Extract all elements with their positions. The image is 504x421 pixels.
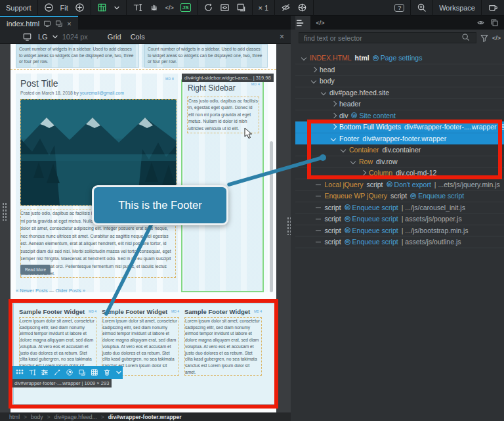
tree-row[interactable]: scriptWEnqueue script| assets/js/outline… — [295, 236, 504, 248]
breadcrumb-item[interactable]: div#page.hfeed... — [54, 414, 96, 420]
device-chevron-icon[interactable] — [52, 33, 58, 40]
tree-row[interactable]: div#page.hfeed.site — [295, 87, 504, 99]
widget-text-block[interactable]: Count number of widgets in a sidebar. Us… — [16, 44, 139, 68]
preview-icon[interactable] — [220, 3, 230, 12]
tree-row[interactable]: body — [295, 76, 504, 87]
device-size-selector[interactable]: LG — [38, 33, 48, 41]
search-code-icon[interactable]: </> — [492, 35, 501, 41]
footer-widget[interactable]: Sample Footer WidgetMD 4Lorem ipsum dolo… — [184, 308, 262, 374]
search-input[interactable] — [299, 32, 476, 43]
style-brush-icon[interactable] — [53, 368, 61, 376]
breadcrumb-item[interactable]: div#wrapper-footer.wrapper — [108, 414, 182, 420]
drag-handle-icon[interactable] — [16, 369, 24, 376]
more-actions-chevron-icon[interactable] — [116, 369, 122, 376]
top-widget-row[interactable]: Count number of widgets in a sidebar. Us… — [16, 44, 268, 68]
link-icon[interactable] — [66, 368, 74, 376]
tree-row[interactable]: divWSite content — [295, 110, 504, 122]
older-posts-link[interactable]: Older Posts » — [55, 288, 85, 294]
grid-edit-icon[interactable] — [91, 368, 98, 376]
new-window-icon[interactable] — [236, 3, 246, 12]
tree-row[interactable]: Bottom Full Widgetsdiv#wrapper-footer-..… — [295, 122, 504, 133]
tree-row[interactable]: Columndiv.col-md-12 — [295, 167, 504, 179]
wp-action-link[interactable]: Enqueue script — [352, 204, 398, 211]
tree-row[interactable]: Local jQueryscriptWDon't export| ...ets/… — [295, 179, 504, 191]
refresh-icon[interactable] — [203, 3, 213, 12]
tree-row[interactable]: Enqueue WP jQueryscriptWEnqueue script — [295, 190, 504, 202]
rendered-page[interactable]: Count number of widgets in a sidebar. Us… — [10, 44, 276, 412]
wp-action-link[interactable]: Enqueue script — [352, 227, 398, 234]
grid-toggle[interactable]: Grid — [108, 33, 121, 41]
left-resize-handle[interactable] — [2, 202, 7, 221]
tree-row[interactable]: scriptWEnqueue script| .../js/bootstrap.… — [295, 225, 504, 237]
zoom-in-icon[interactable] — [75, 3, 85, 12]
workspace-menu[interactable]: Workspace — [439, 4, 475, 12]
tab-index-html[interactable]: index.html × — [0, 16, 78, 30]
tab-code-view[interactable]: </> — [310, 16, 330, 30]
hand-tool-icon[interactable] — [149, 3, 159, 12]
support-menu[interactable]: Support — [6, 4, 32, 12]
zoom-out-icon[interactable] — [44, 3, 54, 12]
close-preview-icon[interactable]: × — [280, 32, 284, 41]
grid-dropdown-chevron-icon[interactable] — [114, 5, 120, 11]
breadcrumb-item[interactable]: html — [9, 414, 20, 420]
delete-icon[interactable] — [103, 368, 111, 376]
expander-chevron-icon[interactable] — [360, 169, 366, 176]
expander-chevron-icon[interactable] — [330, 112, 337, 119]
panel-copy-icon[interactable] — [490, 18, 499, 27]
fit-button[interactable]: Fit — [60, 4, 68, 12]
edit-text-icon[interactable] — [28, 368, 36, 376]
duplicate-icon[interactable] — [78, 368, 86, 376]
post-author-link[interactable]: youremail@gmail.com — [80, 91, 124, 95]
page-scrollbar[interactable] — [270, 141, 273, 292]
expander-chevron-icon[interactable] — [350, 158, 356, 165]
monitor-icon[interactable] — [43, 20, 51, 28]
device-monitor-icon[interactable] — [22, 32, 32, 41]
wp-action-link[interactable]: Enqueue script — [418, 192, 464, 200]
hide-elements-icon[interactable] — [281, 3, 291, 12]
panel-eye-icon[interactable] — [476, 18, 485, 27]
wp-action-link[interactable]: Enqueue script — [352, 238, 398, 246]
text-tool-icon[interactable] — [133, 3, 142, 12]
post-meta[interactable]: Posted on March 18, 2018 by youremail@gm… — [20, 91, 124, 95]
tree-row[interactable]: Containerdiv.container — [295, 144, 504, 156]
sidebar-title[interactable]: Right Sidebar — [188, 83, 236, 93]
cols-toggle[interactable]: Cols — [131, 33, 145, 41]
wp-action-link[interactable]: Page settings — [381, 54, 423, 62]
expander-chevron-icon[interactable] — [330, 100, 337, 107]
zoom-level-indicator[interactable]: × 1 — [259, 4, 269, 12]
wp-action-link[interactable]: Don't export — [394, 181, 431, 188]
expander-chevron-icon[interactable] — [301, 55, 307, 61]
read-more-button[interactable]: Read More — [20, 265, 51, 275]
coffee-cup-icon[interactable] — [488, 3, 498, 12]
wp-action-link[interactable]: Enqueue script — [352, 215, 398, 223]
tree-row[interactable]: scriptWEnqueue script| assets/js/popper.… — [295, 213, 504, 225]
open-in-window-icon[interactable] — [55, 20, 63, 28]
tree-row[interactable]: head — [295, 64, 504, 76]
widget-text-block[interactable]: Count number of widgets in a sidebar. Us… — [144, 44, 268, 68]
tree-row[interactable]: INDEX.HTMLhtmlWPage settings — [295, 53, 504, 64]
filter-funnel-icon[interactable] — [480, 33, 489, 43]
breadcrumb-item[interactable]: body — [31, 414, 43, 420]
expander-chevron-icon[interactable] — [310, 78, 317, 84]
expander-chevron-icon[interactable] — [340, 146, 346, 153]
js-tool-icon[interactable]: JS — [180, 3, 191, 12]
expander-chevron-icon[interactable] — [320, 89, 327, 96]
properties-sliders-icon[interactable] — [41, 368, 49, 376]
post-title[interactable]: Post Title — [20, 78, 58, 89]
tree-row[interactable]: Rowdiv.row — [295, 156, 504, 168]
footer-widget[interactable]: Sample Footer WidgetMD 4Lorem ipsum dolo… — [19, 308, 96, 374]
tree-row[interactable]: Footerdiv#wrapper-footer.wrapper — [295, 133, 504, 145]
compass-icon[interactable] — [297, 3, 307, 12]
search-zoom-icon[interactable] — [417, 3, 427, 12]
tree-row[interactable]: scriptWEnqueue script| .../js/carousel_i… — [295, 202, 504, 214]
help-button[interactable]: ? — [394, 4, 404, 12]
code-tool-icon[interactable]: </> — [165, 5, 174, 11]
tree-row[interactable]: header — [295, 99, 504, 110]
wp-action-link[interactable]: Site content — [359, 112, 395, 120]
newer-posts-link[interactable]: « Newer Posts — [16, 288, 48, 294]
footer-widget[interactable]: Sample Footer WidgetMD 4Lorem ipsum dolo… — [102, 308, 179, 374]
expander-chevron-icon[interactable] — [310, 66, 317, 73]
expander-chevron-icon[interactable] — [330, 135, 337, 142]
expander-chevron-icon[interactable] — [330, 123, 337, 130]
close-tab-icon[interactable]: × — [67, 20, 71, 28]
